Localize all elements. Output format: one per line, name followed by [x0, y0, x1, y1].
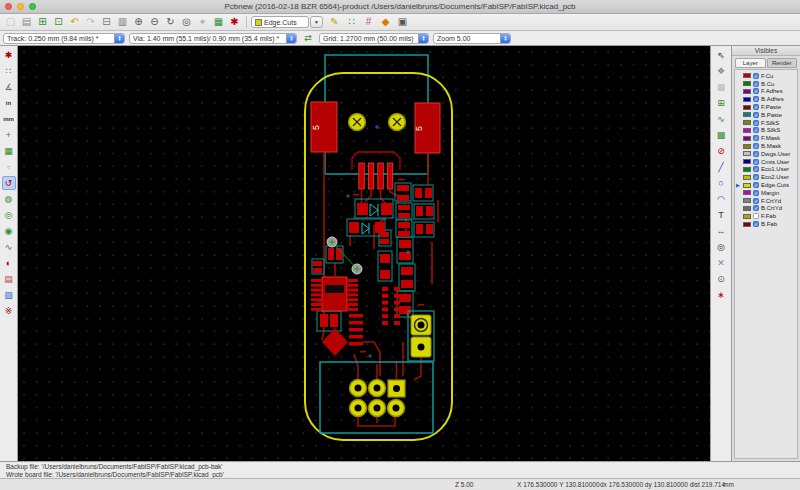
pads-sketch-button[interactable]: ◎: [2, 208, 16, 222]
layer-color-swatch[interactable]: [743, 144, 751, 149]
layer-row-f-cu[interactable]: ▶✓F.Cu: [735, 72, 797, 80]
active-layer-select[interactable]: Edge.Cuts: [251, 16, 309, 28]
layer-color-swatch[interactable]: [743, 128, 751, 133]
layer-visibility-checkbox[interactable]: ✓: [753, 104, 759, 110]
layer-row-eco1-user[interactable]: ▶✓Eco1.User: [735, 166, 797, 174]
find-button[interactable]: ⌖: [195, 15, 210, 29]
add-dimension-button[interactable]: ↔: [714, 224, 728, 238]
pcb-drawing[interactable]: 5 5: [18, 46, 710, 461]
layer-color-swatch[interactable]: [743, 136, 751, 141]
layer-visibility-checkbox[interactable]: ✓: [753, 174, 759, 180]
test-point-1[interactable]: [327, 237, 337, 247]
layer-color-swatch[interactable]: [743, 206, 751, 211]
layer-visibility-checkbox[interactable]: ✓: [753, 112, 759, 118]
layer-color-swatch[interactable]: [743, 112, 751, 117]
add-keepout-button[interactable]: ⊘: [714, 144, 728, 158]
redo-button[interactable]: ↷: [83, 15, 98, 29]
tracks-sketch-button[interactable]: ∿: [2, 240, 16, 254]
layer-color-swatch[interactable]: [743, 167, 751, 172]
layer-row-b-crtyd[interactable]: ▶✓B.CrtYd: [735, 205, 797, 213]
grid-style-dots-button[interactable]: ∷: [344, 15, 359, 29]
add-footprint-button[interactable]: ⊞: [714, 96, 728, 110]
layer-visibility-checkbox[interactable]: ✓: [753, 73, 759, 79]
layer-visibility-checkbox[interactable]: ✓: [753, 88, 759, 94]
select-tool-button[interactable]: ⇖: [714, 48, 728, 62]
grid-origin-button[interactable]: ∗: [714, 288, 728, 302]
layer-row-f-mask[interactable]: ▶✓F.Mask: [735, 134, 797, 142]
layer-row-eco2-user[interactable]: ▶✓Eco2.User: [735, 173, 797, 181]
tab-layer[interactable]: Layer: [735, 58, 766, 68]
layer-visibility-checkbox[interactable]: ✓: [753, 120, 759, 126]
hidden-text-button[interactable]: ※: [2, 304, 16, 318]
add-line-button[interactable]: ╱: [714, 160, 728, 174]
zoom-stepper[interactable]: ▲▼: [500, 34, 510, 43]
high-contrast-button[interactable]: ◐: [2, 256, 16, 270]
grid-style-lines-button[interactable]: #: [361, 15, 376, 29]
layer-row-b-paste[interactable]: ▶✓B.Paste: [735, 111, 797, 119]
library-browser-button[interactable]: ⊡: [51, 15, 66, 29]
layer-visibility-checkbox[interactable]: ✓: [753, 159, 759, 165]
module-ratsnest-button[interactable]: ▫: [2, 160, 16, 174]
grid-visibility-button[interactable]: ∷: [2, 64, 16, 78]
layer-color-swatch[interactable]: [743, 159, 751, 164]
print-button[interactable]: ⊟: [99, 15, 114, 29]
layer-dropdown-button[interactable]: ▼: [310, 16, 323, 28]
layer-color-swatch[interactable]: [743, 105, 751, 110]
zoom-in-button[interactable]: ⊕: [131, 15, 146, 29]
layer-row-f-silks[interactable]: ▶✓F.SilkS: [735, 119, 797, 127]
layer-visibility-checkbox[interactable]: ✓: [753, 198, 759, 204]
layer-row-b-mask[interactable]: ▶✓B.Mask: [735, 142, 797, 150]
zoom-select[interactable]: Zoom 5.00 ▲▼: [433, 33, 511, 44]
layer-visibility-checkbox[interactable]: [753, 213, 759, 219]
layer-visibility-checkbox[interactable]: ✓: [753, 143, 759, 149]
test-point-2[interactable]: [352, 264, 362, 274]
layer-color-swatch[interactable]: [743, 222, 751, 227]
mode-footprint-button[interactable]: ✎: [327, 15, 342, 29]
layer-color-swatch[interactable]: [743, 73, 751, 78]
new-board-button[interactable]: ▢: [3, 15, 18, 29]
undo-button[interactable]: ↶: [67, 15, 82, 29]
via-size-stepper[interactable]: ▲▼: [286, 34, 296, 43]
footprint-editor-button[interactable]: ⊞: [35, 15, 50, 29]
page-settings-button[interactable]: ▤: [19, 15, 34, 29]
layer-visibility-checkbox[interactable]: ✓: [753, 135, 759, 141]
highlight-net-button[interactable]: ❖: [714, 64, 728, 78]
drc-toggle-button[interactable]: ✱: [2, 48, 16, 62]
layer-visibility-checkbox[interactable]: ✓: [753, 205, 759, 211]
auto-track-width-button[interactable]: ⇄: [301, 32, 315, 45]
mounting-hole-left[interactable]: [349, 114, 366, 131]
layer-visibility-checkbox[interactable]: ✓: [753, 127, 759, 133]
layer-row-f-adhes[interactable]: ▶✓F.Adhes: [735, 88, 797, 96]
layer-color-swatch[interactable]: [743, 183, 751, 188]
drill-origin-button[interactable]: ⊙: [714, 272, 728, 286]
layer-visibility-checkbox[interactable]: ✓: [753, 151, 759, 157]
track-width-stepper[interactable]: ▲▼: [114, 34, 124, 43]
units-mm-button[interactable]: mm: [2, 112, 16, 126]
layer-row-cmts-user[interactable]: ▶✓Cmts.User: [735, 158, 797, 166]
netlist-button[interactable]: ▦: [211, 15, 226, 29]
layer-color-swatch[interactable]: [743, 81, 751, 86]
layer-row-f-paste[interactable]: ▶✓F.Paste: [735, 103, 797, 111]
add-text-button[interactable]: T: [714, 208, 728, 222]
vias-sketch-button[interactable]: ◉: [2, 224, 16, 238]
layer-row-b-cu[interactable]: ▶✓B.Cu: [735, 80, 797, 88]
layer-row-f-fab[interactable]: ▶F.Fab: [735, 212, 797, 220]
layer-row-f-crtyd[interactable]: ▶✓F.CrtYd: [735, 197, 797, 205]
layer-color-swatch[interactable]: [743, 198, 751, 203]
layer-row-b-silks[interactable]: ▶✓B.SilkS: [735, 127, 797, 135]
layer-visibility-checkbox[interactable]: ✓: [753, 166, 759, 172]
pcb-canvas[interactable]: 5 5: [18, 46, 710, 461]
add-circle-button[interactable]: ○: [714, 176, 728, 190]
general-ratsnest-button[interactable]: ▦: [2, 144, 16, 158]
layer-color-swatch[interactable]: [743, 89, 751, 94]
grid-size-select[interactable]: Grid: 1.2700 mm (50.00 mils) ▲▼: [319, 33, 429, 44]
layer-visibility-checkbox[interactable]: ✓: [753, 81, 759, 87]
layer-color-swatch[interactable]: [743, 214, 751, 219]
layer-visibility-checkbox[interactable]: ✓: [753, 96, 759, 102]
layer-row-edge-cuts[interactable]: ▶✓Edge.Cuts: [735, 181, 797, 189]
mode-track-button[interactable]: ◆: [378, 15, 393, 29]
layer-visibility-checkbox[interactable]: ✓: [753, 190, 759, 196]
units-inch-button[interactable]: in: [2, 96, 16, 110]
microwave-tools-button[interactable]: ▨: [2, 288, 16, 302]
zoom-out-button[interactable]: ⊖: [147, 15, 162, 29]
